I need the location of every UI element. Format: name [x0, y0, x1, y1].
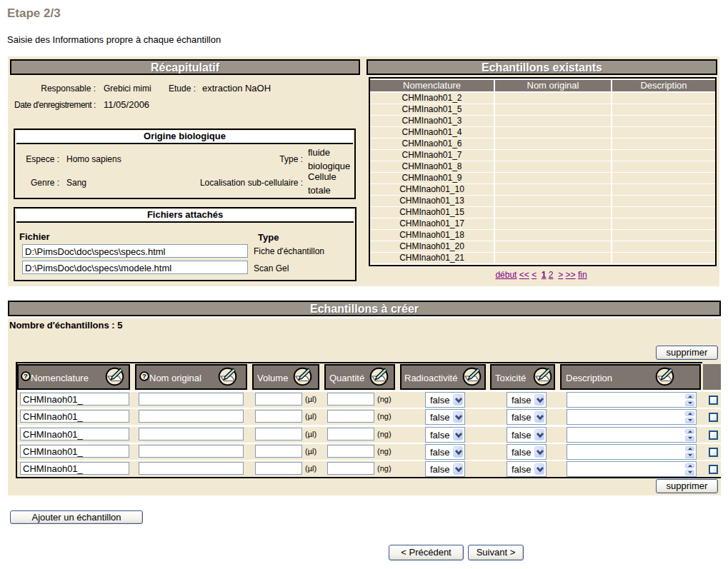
svg-text:?: ?	[24, 372, 28, 380]
svg-text:?: ?	[142, 372, 146, 380]
